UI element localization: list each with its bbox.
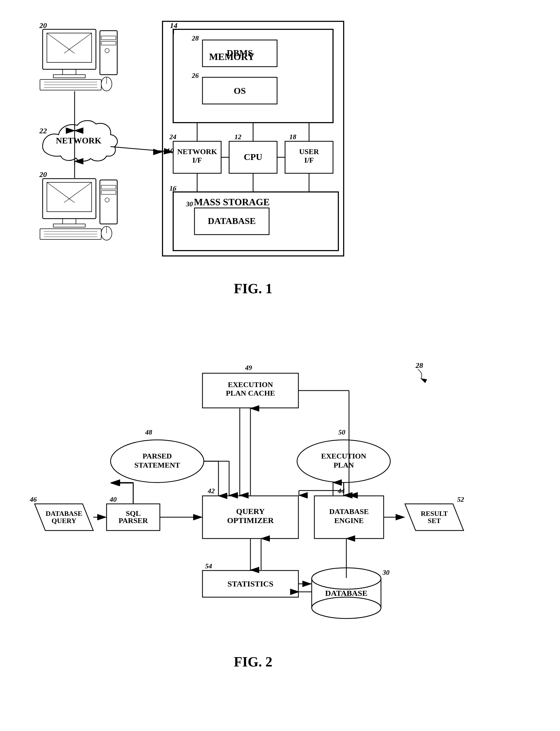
svg-text:DATABASE: DATABASE	[325, 589, 368, 597]
svg-text:49: 49	[245, 364, 252, 372]
svg-line-51	[47, 33, 75, 53]
page: 10 MEMORY 14 DBMS 28 OS 26 NETWORK	[0, 0, 560, 731]
svg-text:NETWORK: NETWORK	[177, 147, 217, 156]
svg-text:PLAN: PLAN	[334, 461, 354, 469]
svg-text:PARSED: PARSED	[143, 452, 172, 460]
svg-text:20: 20	[39, 21, 47, 30]
svg-line-70	[111, 147, 173, 152]
svg-line-52	[64, 33, 92, 53]
svg-text:30: 30	[186, 200, 193, 208]
svg-text:RESULT: RESULT	[421, 510, 448, 518]
svg-rect-72	[47, 182, 92, 212]
svg-rect-79	[101, 191, 116, 194]
svg-text:USER: USER	[299, 147, 319, 156]
svg-text:DATABASE: DATABASE	[208, 216, 256, 226]
svg-text:20: 20	[39, 170, 47, 179]
svg-text:50: 50	[338, 429, 345, 436]
svg-text:28: 28	[415, 361, 423, 370]
svg-text:ENGINE: ENGINE	[334, 516, 364, 525]
svg-text:OPTIMIZER: OPTIMIZER	[227, 516, 274, 525]
svg-text:PLAN CACHE: PLAN CACHE	[226, 389, 275, 397]
svg-point-80	[105, 198, 109, 202]
svg-text:DATABASE: DATABASE	[329, 507, 369, 516]
svg-text:I/F: I/F	[304, 156, 314, 164]
svg-rect-55	[100, 31, 117, 75]
svg-rect-57	[101, 41, 116, 45]
svg-text:FIG. 1: FIG. 1	[234, 281, 272, 296]
svg-text:30: 30	[382, 569, 389, 576]
svg-text:14: 14	[170, 21, 177, 30]
svg-line-73	[47, 182, 75, 203]
svg-text:DATABASE: DATABASE	[46, 510, 82, 518]
svg-text:48: 48	[145, 429, 152, 436]
svg-text:MASS STORAGE: MASS STORAGE	[194, 197, 270, 207]
svg-text:40: 40	[109, 496, 117, 503]
svg-text:STATEMENT: STATEMENT	[134, 461, 180, 469]
svg-text:52: 52	[457, 496, 464, 503]
svg-text:OS: OS	[234, 86, 246, 96]
svg-text:18: 18	[289, 133, 296, 141]
svg-text:EXECUTION: EXECUTION	[228, 381, 273, 389]
svg-text:54: 54	[205, 562, 212, 570]
svg-rect-76	[53, 224, 85, 227]
svg-text:SET: SET	[428, 517, 441, 525]
svg-text:STATISTICS: STATISTICS	[228, 579, 273, 588]
svg-text:24: 24	[169, 133, 176, 141]
svg-rect-75	[63, 219, 76, 224]
svg-text:EXECUTION: EXECUTION	[321, 452, 366, 460]
svg-text:46: 46	[30, 496, 37, 503]
svg-line-74	[64, 182, 92, 203]
svg-rect-77	[100, 180, 117, 224]
svg-text:26: 26	[192, 72, 199, 79]
svg-rect-56	[101, 36, 116, 40]
svg-rect-50	[47, 33, 92, 62]
svg-text:DBMS: DBMS	[227, 48, 253, 58]
svg-rect-53	[63, 69, 76, 75]
svg-point-58	[105, 48, 109, 53]
svg-text:28: 28	[192, 34, 199, 42]
svg-text:I/F: I/F	[192, 156, 202, 164]
svg-point-133	[312, 597, 381, 619]
svg-text:42: 42	[208, 487, 215, 495]
svg-text:FIG. 2: FIG. 2	[234, 654, 272, 669]
svg-text:12: 12	[234, 133, 241, 141]
svg-text:PARSER: PARSER	[119, 516, 148, 525]
fig1-diagram: 10 MEMORY 14 DBMS 28 OS 26 NETWORK	[21, 16, 539, 336]
svg-rect-54	[53, 75, 85, 78]
svg-text:CPU: CPU	[244, 152, 262, 162]
svg-rect-78	[101, 185, 116, 189]
svg-text:NETWORK: NETWORK	[56, 136, 102, 145]
svg-text:QUERY: QUERY	[52, 517, 76, 525]
svg-text:22: 22	[39, 127, 47, 135]
svg-text:QUERY: QUERY	[236, 507, 265, 516]
fig2-diagram: 28 EXECUTION PLAN CACHE 49 PARSED STATEM…	[21, 346, 539, 693]
